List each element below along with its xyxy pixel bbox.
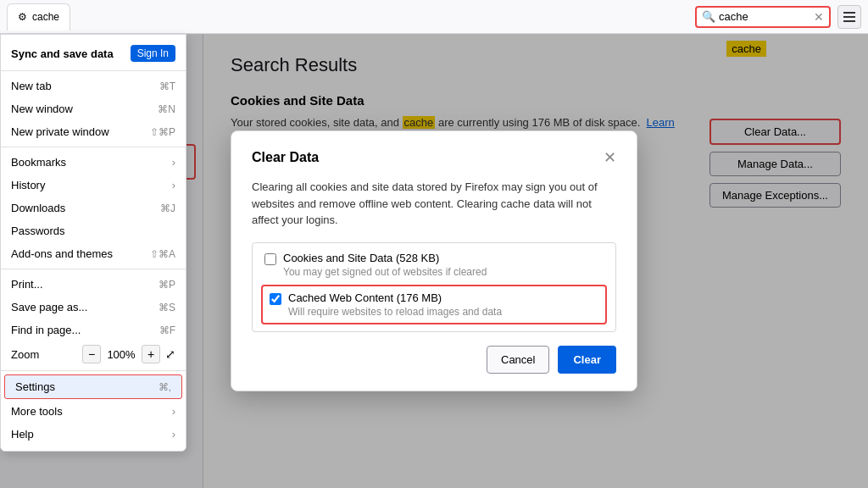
cookies-site-data-checkbox[interactable] [264,253,276,265]
shortcut: ⌘S [159,302,175,313]
shortcut: ⌘, [159,381,171,393]
sync-section-header: Sync and save data Sign In [1,40,186,67]
arrow-icon: › [172,405,175,418]
cached-checkbox-sublabel: Will require websites to reload images a… [288,306,502,318]
cancel-button[interactable]: Cancel [487,346,549,374]
active-tab[interactable]: ⚙ cache [7,3,70,30]
menu-item-label: Downloads [11,202,65,214]
checkbox-group-2: Cached Web Content (176 MB) Will require… [288,291,502,318]
zoom-label: Zoom [11,348,75,361]
shortcut: ⇧⌘A [150,248,175,260]
zoom-out-button[interactable]: − [82,345,101,363]
menu-item-label: More tools [11,405,63,418]
menu-item-label: Add-ons and themes [11,247,113,260]
menu-item-new-tab[interactable]: New tab ⌘T [1,75,186,97]
menu-item-addons[interactable]: Add-ons and themes ⇧⌘A [1,242,186,265]
shortcut: ⌘F [159,324,175,336]
menu-item-new-window[interactable]: New window ⌘N [1,97,186,120]
menu-item-passwords[interactable]: Passwords [1,219,186,242]
clear-button[interactable]: Clear [558,346,616,374]
menu-item-label: Print... [11,278,43,291]
shortcut: ⇧⌘P [150,126,175,138]
modal-footer: Cancel Clear [252,346,616,374]
search-icon: 🔍 [702,10,715,23]
menu-item-label: Help [11,428,34,441]
menu-item-bookmarks[interactable]: Bookmarks › [1,151,186,174]
menu-item-label: History [11,179,45,191]
menu-item-label: Save page as... [11,301,87,313]
menu-item-label: New private window [11,125,109,138]
tab-title: cache [32,11,59,23]
menu-item-label: Bookmarks [11,156,66,169]
cookies-checkbox-sublabel: You may get signed out of websites if cl… [283,266,487,278]
menu-item-find[interactable]: Find in page... ⌘F [1,319,186,341]
menu-item-save-page[interactable]: Save page as... ⌘S [1,296,186,319]
address-bar[interactable]: 🔍 ✕ [695,6,831,28]
dropdown-menu: Sync and save data Sign In New tab ⌘T Ne… [0,34,186,452]
top-bar: ⚙ cache 🔍 ✕ [0,0,868,34]
tab-bar: ⚙ cache [7,3,690,30]
zoom-in-button[interactable]: + [142,345,160,363]
menu-item-label: New window [11,103,73,115]
zoom-percent: 100% [106,348,136,361]
cached-content-checkbox-row: Cached Web Content (176 MB) Will require… [261,285,607,324]
modal-description: Clearing all cookies and site data store… [252,179,616,229]
arrow-icon: › [172,156,175,169]
modal-title: Clear Data [252,150,319,165]
tab-favicon: ⚙ [18,11,27,23]
sign-in-button[interactable]: Sign In [131,45,175,62]
arrow-icon: › [172,428,175,441]
zoom-expand-icon[interactable]: ⤢ [165,347,175,361]
zoom-row: Zoom − 100% + ⤢ [1,341,186,367]
sync-label: Sync and save data [11,47,114,60]
cached-checkbox-label: Cached Web Content (176 MB) [288,291,502,304]
menu-item-label: New tab [11,80,52,92]
shortcut: ⌘T [159,80,175,92]
menu-item-label: Passwords [11,225,65,237]
menu-divider-4 [1,370,186,371]
clear-data-modal: Clear Data ✕ Clearing all cookies and si… [231,130,637,391]
cookies-checkbox-row: Cookies and Site Data (528 KB) You may g… [264,252,604,278]
menu-divider-2 [1,147,186,147]
clear-search-icon[interactable]: ✕ [814,10,824,24]
checkbox-group-1: Cookies and Site Data (528 KB) You may g… [283,252,487,278]
arrow-icon: › [172,179,175,191]
menu-button[interactable] [837,5,861,29]
search-input[interactable] [719,10,810,23]
shortcut: ⌘P [159,279,175,291]
zoom-controls: − 100% + ⤢ [82,345,175,363]
menu-divider-3 [1,269,186,269]
shortcut: ⌘J [160,202,175,214]
menu-item-print[interactable]: Print... ⌘P [1,273,186,296]
menu-item-label: Find in page... [11,324,81,336]
menu-item-downloads[interactable]: Downloads ⌘J [1,197,186,219]
menu-item-help[interactable]: Help › [1,423,186,446]
menu-item-new-private-window[interactable]: New private window ⇧⌘P [1,120,186,143]
cookies-checkbox-label: Cookies and Site Data (528 KB) [283,252,487,264]
modal-checkbox-section: Cookies and Site Data (528 KB) You may g… [252,242,616,332]
menu-divider-1 [1,70,186,71]
shortcut: ⌘N [158,103,175,115]
menu-item-settings[interactable]: Settings ⌘, [4,374,182,399]
hamburger-icon [843,12,855,22]
menu-item-more-tools[interactable]: More tools › [1,400,186,423]
menu-item-history[interactable]: History › [1,174,186,197]
menu-item-label: Settings [15,380,55,393]
modal-close-button[interactable]: ✕ [604,148,616,167]
modal-header: Clear Data ✕ [252,148,616,167]
cached-content-checkbox[interactable] [270,293,281,305]
toolbar-right: 🔍 ✕ [695,5,861,29]
